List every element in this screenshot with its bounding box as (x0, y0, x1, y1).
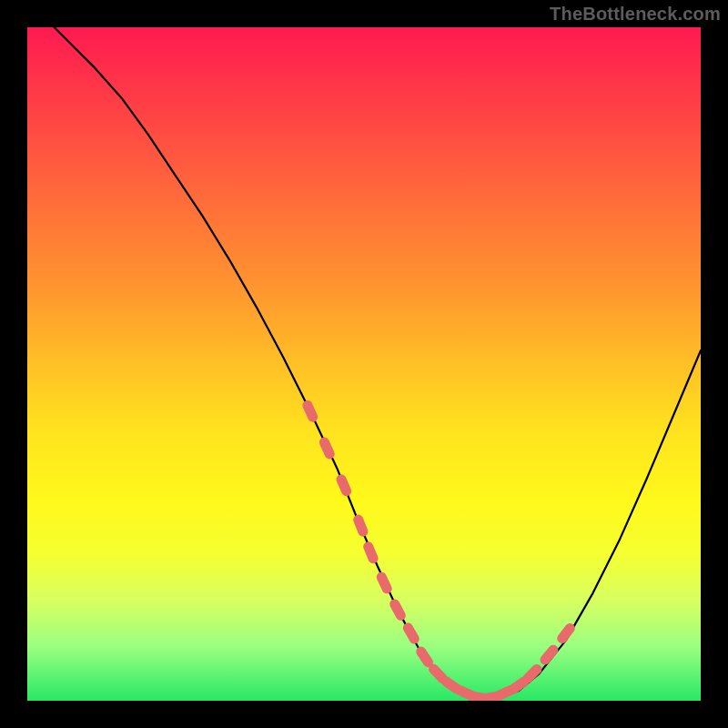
highlight-dots (308, 405, 570, 698)
highlight-dot (395, 604, 401, 615)
highlight-dot (369, 547, 373, 559)
watermark-text: TheBottleneck.com (550, 4, 721, 25)
curve-path (55, 27, 701, 698)
highlight-dot (341, 480, 347, 491)
chart-frame: TheBottleneck.com (0, 0, 728, 728)
highlight-dot (308, 405, 313, 417)
highlight-dot (562, 628, 571, 638)
highlight-dot (324, 442, 329, 454)
highlight-dot (381, 577, 387, 589)
highlight-dot (421, 652, 429, 662)
highlight-dot (434, 669, 443, 678)
highlight-dot (408, 628, 414, 639)
highlight-dot (528, 669, 537, 678)
highlight-dot (359, 520, 363, 531)
highlight-dot (513, 682, 523, 689)
plot-area (27, 27, 701, 701)
chart-svg (27, 27, 701, 701)
highlight-dot (545, 650, 553, 660)
